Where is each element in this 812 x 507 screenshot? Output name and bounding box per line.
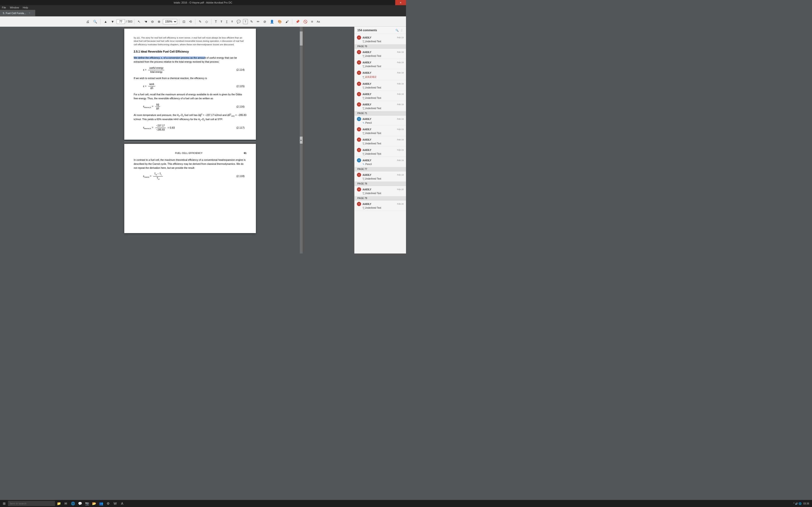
highlighted-efficiency-text: We define the efficiency, ε, of a conver… (134, 56, 205, 59)
zoom-in-button[interactable]: ⊕ (156, 19, 162, 24)
font-size-button[interactable]: Aa (315, 19, 321, 24)
stamp-button[interactable]: 👤 (268, 19, 275, 24)
para-work-efficiency: If we wish to extract work from a chemic… (134, 76, 247, 80)
cursor-tool[interactable]: ↖ (136, 19, 142, 24)
date-71-3: Feb 19 (397, 138, 404, 141)
eq2117-number: (2.117) (236, 126, 245, 130)
color-button[interactable]: 🎨 (276, 19, 283, 24)
comment-header-71-2: T AA83LY Feb 19 (357, 127, 404, 131)
list-button[interactable]: ≡ (310, 19, 314, 24)
comments-header-icons: 🔍 ⋮ (395, 29, 403, 32)
icon-row-70-3: T͟ 这就是规定 (357, 75, 404, 78)
date-77-1: Feb 19 (397, 174, 404, 176)
comments-count: 154 comments (357, 29, 377, 32)
para-efficiency-definition: We define the efficiency, ε, of a conver… (134, 56, 247, 64)
eraser-button[interactable]: ⊘ (262, 19, 268, 24)
text-70-2: Underlined Text (365, 65, 381, 68)
comment-header-77-1: T AA83LY Feb 19 (357, 173, 404, 177)
window-close-button[interactable]: ✕ (395, 0, 406, 5)
user-70-4: AA83LY (362, 82, 371, 85)
avatar-70-1: T (357, 50, 361, 54)
avatar-70-6: T (357, 102, 361, 107)
comment-header-79-1: T AA83LY Feb 20 (357, 202, 404, 206)
zoom-select[interactable]: 150% 100% 75% 200% (163, 19, 177, 24)
icon-row-71-4: T͟ Underlined Text (357, 153, 404, 155)
icon-row-71-3: T͟ Underlined Text (357, 142, 404, 145)
comment-item-70-4: T AA83LY Feb 19 T͟ Underlined Text (355, 80, 406, 91)
zoom-out-button[interactable]: ⊖ (150, 19, 155, 24)
menu-window[interactable]: Window (10, 6, 19, 9)
title-bar-text: totals: 2016 - O Hayne.pdf - Adobe Acrob… (2, 1, 404, 4)
hand-tool[interactable]: ☚ (143, 19, 149, 24)
page-separator: / (126, 20, 126, 23)
comment-item-orphan: T AA83LY Feb 19 T͟ Underlined Text (355, 34, 406, 44)
fill-button[interactable]: 🖌 (284, 19, 290, 24)
page-number-input[interactable] (116, 19, 125, 24)
text-tool[interactable]: T (213, 19, 218, 24)
user-78-1: AA83LY (362, 188, 371, 191)
text-71-4: Underlined Text (365, 153, 381, 155)
menu-help[interactable]: Help (23, 6, 28, 9)
avatar-71-2: T (357, 127, 361, 131)
page-label-78: PAGE 78 (355, 182, 406, 186)
underline-tool[interactable]: T (224, 19, 229, 24)
rotate-button[interactable]: ⟲ (188, 19, 193, 24)
toolbar-separator-4 (195, 19, 196, 24)
comment-item-71-3: T AA83LY Feb 19 T͟ Underlined Text (355, 136, 406, 147)
eq2115-numerator: work (148, 82, 155, 87)
fit-page-button[interactable]: ⊡ (181, 19, 187, 24)
strikeout-clear-button[interactable]: 🚫 (302, 19, 309, 24)
pdf-area[interactable]: by ΔG. The story for real fuel cell effi… (26, 27, 354, 253)
text-icon-70-2: T͟ (362, 65, 364, 68)
avatar-71-3: T (357, 137, 361, 142)
user-79-1: AA83LY (362, 203, 371, 205)
highlight-tool[interactable]: T (219, 19, 224, 24)
section-title-2-5-1: 2.5.1 Ideal Reversible Fuel Cell Efficie… (134, 50, 247, 54)
shapes-button[interactable]: ◇ (204, 19, 209, 24)
comments-menu-icon[interactable]: ⋮ (401, 29, 403, 32)
annotate-button[interactable]: ✎ (197, 19, 203, 24)
comment-icon-row-orphan: T͟ Underlined Text (357, 40, 404, 43)
comments-scroll[interactable]: T AA83LY Feb 19 T͟ Underlined Text PAGE … (355, 34, 406, 253)
strikethrough-tool[interactable]: T (230, 19, 235, 24)
comment-button[interactable]: 💬 (235, 19, 242, 24)
comment-item-77-1: T AA83LY Feb 19 T͟ Underlined Text (355, 171, 406, 182)
eq2114-numerator: useful energy (148, 66, 164, 70)
eq2116-denominator: Δĥ (155, 107, 160, 111)
comments-search-icon[interactable]: 🔍 (395, 29, 399, 32)
para-carnot: In contrast to a fuel cell, the maximum … (134, 158, 247, 170)
comment-date-orphan: Feb 19 (397, 36, 404, 39)
tab-close-button[interactable]: × (29, 12, 30, 14)
page-nav: / 583 (116, 19, 132, 24)
menu-file[interactable]: File (2, 6, 6, 9)
avatar-70-2: T (357, 60, 361, 64)
date-70-1: Feb 19 (397, 51, 404, 53)
search-button[interactable]: 🔍 (92, 19, 98, 24)
icon-row-70-4: T͟ Underlined Text (357, 87, 404, 89)
icon-row-78-1: T͟ Underlined Text (357, 192, 404, 194)
comment-header-70-6: T AA83LY Feb 19 (357, 102, 404, 107)
bookmark-button[interactable]: 📌 (294, 19, 301, 24)
text-77-1: Underlined Text (365, 177, 381, 180)
text-box-button[interactable]: T (243, 19, 248, 24)
print-button[interactable]: 🖨 (85, 19, 91, 24)
next-page-button[interactable]: ▼ (109, 19, 116, 24)
comment-header-71-4: T AA83LY Feb 19 (357, 148, 404, 152)
text-70-6: Underlined Text (365, 107, 381, 110)
comment-header-70-4: T AA83LY Feb 19 (357, 82, 404, 86)
tab-fuel-cell[interactable]: 5. Fuel Cell Funda... × (0, 10, 35, 16)
callout-button[interactable]: ✎ (249, 19, 254, 24)
scrollbar-thumb[interactable] (300, 32, 303, 46)
avatar-71-5: T (357, 158, 361, 162)
draw-button[interactable]: ✏ (255, 19, 261, 24)
user-70-6: AA83LY (362, 103, 371, 106)
panel-expand-arrow[interactable]: ▶ (300, 136, 303, 144)
prev-page-button[interactable]: ▲ (102, 19, 109, 24)
comment-item-78-1: T AA83LY Feb 20 T͟ Underlined Text (355, 186, 406, 196)
icon-row-71-2: T͟ Underlined Text (357, 132, 404, 134)
text-icon-70-5: T͟ (362, 97, 364, 99)
pencil-text-71-1: Pencil (365, 122, 372, 124)
comment-item-70-1: T AA83LY Feb 19 T͟ Underlined Text (355, 49, 406, 59)
eq2116-numerator: Δĝ (155, 103, 160, 107)
text-icon-70-3: T͟ (362, 76, 364, 78)
